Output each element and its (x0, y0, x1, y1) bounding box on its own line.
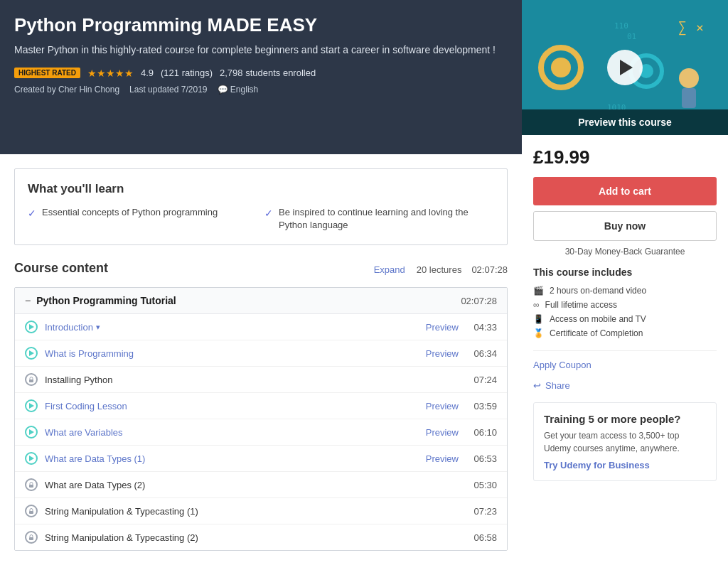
learn-item-text: Essential concepts of Python programming (42, 206, 218, 219)
content-header: Course content Expand 20 lectures 02:07:… (14, 261, 508, 279)
course-subtitle: Master Python in this highly-rated cours… (14, 43, 508, 58)
infinity-icon: ∞ (533, 300, 540, 310)
lesson-row: Installing Python 07:24 (15, 367, 507, 393)
lesson-duration: 06:34 (469, 348, 497, 359)
mobile-icon: 📱 (533, 314, 544, 324)
includes-title: This course includes (533, 267, 717, 278)
check-icon: ✓ (264, 207, 273, 221)
ratings-count: (121 ratings) (161, 68, 213, 78)
total-duration: 02:07:28 (471, 264, 508, 275)
preview-overlay-label[interactable]: Preview this course (522, 109, 728, 135)
lesson-name: First Coding Lesson (45, 401, 426, 411)
lesson-row: First Coding Lesson Preview 03:59 (15, 393, 507, 419)
language-label: 💬 English (218, 85, 259, 95)
lesson-duration: 06:53 (469, 453, 497, 464)
includes-item: 🎬 2 hours on-demand video (533, 284, 717, 298)
right-sidebar: 110 01 1010 ∑ × Preview this cou (522, 0, 728, 565)
play-button[interactable] (607, 50, 643, 85)
lesson-duration: 07:23 (469, 506, 497, 517)
add-to-cart-button[interactable]: Add to cart (533, 177, 717, 205)
svg-rect-18 (682, 88, 696, 108)
lesson-play-icon (25, 426, 38, 438)
lesson-duration: 04:33 (469, 322, 497, 333)
course-price: £19.99 (533, 146, 717, 168)
star-rating: ★★★★★ (87, 68, 134, 79)
lesson-row: String Manipulation & Typecasting (1) 07… (15, 498, 507, 524)
video-icon: 🎬 (533, 286, 544, 296)
lesson-duration: 07:24 (469, 375, 497, 385)
share-label: Share (545, 380, 570, 391)
svg-point-17 (679, 68, 699, 88)
preview-link[interactable]: Preview (426, 348, 459, 359)
includes-item-text: 2 hours on-demand video (550, 286, 646, 296)
lesson-duration: 06:10 (469, 427, 497, 438)
apply-coupon-link[interactable]: Apply Coupon (533, 350, 717, 370)
lesson-play-icon (25, 399, 38, 412)
play-icon (620, 60, 633, 75)
badges-row: HIGHEST RATED ★★★★★ 4.9 (121 ratings) 2,… (14, 68, 508, 79)
lesson-duration: 06:58 (469, 532, 497, 543)
course-title: Python Programming MADE EASY (14, 14, 508, 36)
lesson-name: Installing Python (45, 375, 469, 385)
includes-item: 📱 Access on mobile and TV (533, 312, 717, 326)
course-preview[interactable]: 110 01 1010 ∑ × Preview this cou (522, 0, 728, 135)
lesson-play-icon (25, 347, 38, 360)
includes-item: 🏅 Certificate of Completion (533, 326, 717, 340)
buy-now-button[interactable]: Buy now (533, 211, 717, 241)
includes-item: ∞ Full lifetime access (533, 298, 717, 312)
svg-marker-5 (29, 456, 34, 461)
section-row[interactable]: − Python Programming Tutorial 02:07:28 (15, 288, 507, 314)
includes-item-text: Full lifetime access (545, 300, 617, 310)
lesson-name: What are Data Types (2) (45, 480, 469, 490)
meta-row: Created by Cher Hin Chong Last updated 7… (14, 85, 508, 95)
training-title: Training 5 or more people? (544, 413, 706, 425)
lesson-row: What is Programming Preview 06:34 (15, 340, 507, 367)
lesson-row: What are Variables Preview 06:10 (15, 419, 507, 446)
lesson-duration: 05:30 (469, 480, 497, 490)
section-title: Course content (14, 261, 108, 276)
check-icon: ✓ (28, 207, 36, 221)
share-arrow-icon: ↩ (533, 380, 541, 391)
guarantee-text: 30-Day Money-Back Guarantee (533, 247, 717, 257)
svg-text:110: 110 (614, 21, 628, 31)
learn-item-text: Be inspired to continue learning and lov… (279, 206, 494, 232)
lesson-row: What are Data Types (2) 05:30 (15, 472, 507, 498)
lesson-name: String Manipulation & Typecasting (2) (45, 532, 469, 543)
learn-title: What you'll learn (28, 182, 494, 196)
lesson-link[interactable]: What are Variables (45, 427, 123, 438)
course-table: − Python Programming Tutorial 02:07:28 I… (14, 287, 508, 551)
lesson-link[interactable]: First Coding Lesson (45, 401, 127, 411)
lesson-play-icon (25, 321, 38, 333)
lesson-link[interactable]: Introduction (45, 322, 93, 333)
highest-rated-badge: HIGHEST RATED (14, 68, 80, 78)
content-meta: 20 lectures 02:07:28 (417, 264, 508, 275)
lesson-name: What is Programming (45, 348, 426, 359)
preview-link[interactable]: Preview (426, 401, 459, 411)
section-name: Python Programming Tutorial (36, 295, 176, 306)
preview-link[interactable]: Preview (426, 427, 459, 438)
preview-link[interactable]: Preview (426, 322, 459, 333)
svg-rect-6 (29, 485, 33, 488)
svg-point-11 (551, 58, 571, 77)
lesson-link[interactable]: What are Data Types (1) (45, 453, 145, 464)
training-link[interactable]: Try Udemy for Business (544, 460, 650, 470)
learn-box: What you'll learn ✓ Essential concepts o… (14, 168, 508, 245)
share-row[interactable]: ↩ Share (533, 380, 717, 391)
creator-label: Created by Cher Hin Chong (14, 85, 119, 95)
svg-marker-1 (29, 350, 34, 356)
lesson-name: String Manipulation & Typecasting (1) (45, 506, 469, 517)
lesson-name: What are Data Types (1) (45, 453, 426, 464)
svg-rect-8 (29, 537, 33, 540)
lesson-link[interactable]: What is Programming (45, 348, 134, 359)
training-desc: Get your team access to 3,500+ top Udemy… (544, 429, 706, 455)
learn-item: ✓ Be inspired to continue learning and l… (264, 206, 494, 232)
preview-link[interactable]: Preview (426, 453, 459, 464)
lesson-row: What are Data Types (1) Preview 06:53 (15, 446, 507, 472)
lesson-lock-icon (25, 505, 38, 517)
collapse-icon: − (25, 295, 31, 306)
includes-item-text: Access on mobile and TV (550, 314, 646, 324)
expand-link[interactable]: Expand (374, 264, 405, 275)
lesson-play-icon (25, 452, 38, 465)
svg-rect-2 (29, 380, 33, 382)
lesson-name: What are Variables (45, 427, 426, 438)
